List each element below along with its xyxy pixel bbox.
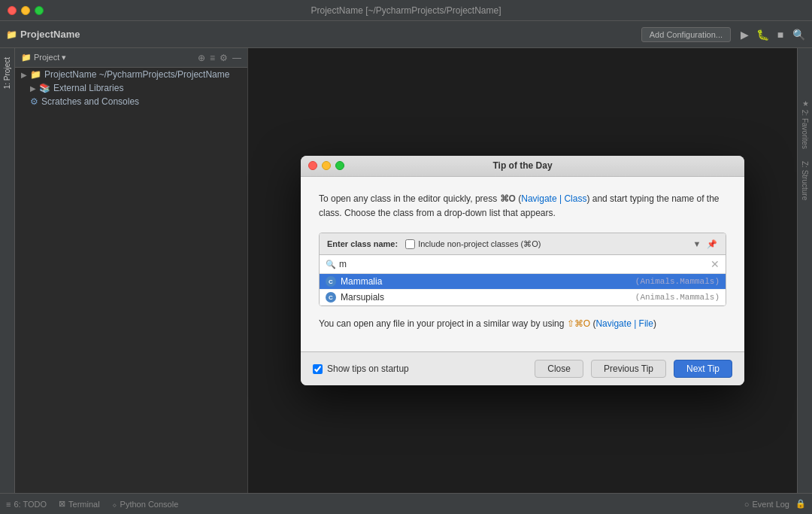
include-checkbox-input[interactable]: [405, 239, 415, 249]
shift-cmd-o-shortcut: ⇧⌘O: [567, 318, 590, 329]
panel-header-icons: ⊕ ≡ ⚙ —: [198, 53, 241, 63]
search-row: 🔍 m ✕: [320, 255, 726, 274]
stop-icon[interactable]: ■: [773, 27, 788, 42]
dropdown-item-marsupials[interactable]: C Marsupials (Animals.Mammals): [320, 290, 726, 306]
python-console-label: Python Console: [120, 500, 179, 509]
terminal-icon: ⊠: [59, 499, 65, 509]
sidebar-item-structure[interactable]: Z: Structure: [799, 155, 810, 206]
show-tips-label: Show tips on startup: [327, 363, 409, 374]
modal-overlay: Tip of the Day To open any class in the …: [248, 48, 797, 493]
note-text-1: You can open any file in your project in…: [319, 318, 567, 329]
class-name-input-section: Enter class name: Include non-project cl…: [319, 233, 726, 306]
scratches-icon: ⚙: [30, 96, 38, 107]
search-everywhere-icon[interactable]: 🔍: [791, 27, 806, 42]
tree-item-projectname[interactable]: ▶ 📁 ProjectName ~/PycharmProjects/Projec…: [15, 68, 247, 81]
libraries-icon: 📚: [39, 83, 50, 93]
dialog-titlebar: Tip of the Day: [301, 156, 744, 177]
left-sidebar-tabs: 1: Project: [0, 48, 15, 493]
mammalia-name: Mammalia: [341, 276, 631, 287]
sidebar-item-favorites[interactable]: ★ 2: Favorites: [799, 93, 810, 155]
class-icon-mammalia: C: [326, 276, 336, 287]
tree-item-external-libraries[interactable]: ▶ 📚 External Libraries: [15, 81, 247, 95]
next-tip-button[interactable]: Next Tip: [674, 360, 732, 378]
status-bar-terminal[interactable]: ⊠ Terminal: [59, 499, 100, 509]
scratches-label: Scratches and Consoles: [41, 96, 139, 107]
pin-icon[interactable]: 📌: [706, 238, 718, 250]
marsupials-name: Marsupials: [341, 292, 631, 303]
dialog-minimize-button[interactable]: [322, 161, 331, 170]
tree-item-scratches[interactable]: ⚙ Scratches and Consoles: [15, 95, 247, 108]
status-bar-right: ○ Event Log 🔒: [744, 499, 806, 509]
navigate-class-link[interactable]: Navigate | Class: [521, 193, 586, 204]
status-bar: ≡ 6: TODO ⊠ Terminal ⬦ Python Console ○ …: [0, 493, 812, 514]
status-bar-python-console[interactable]: ⬦ Python Console: [112, 500, 179, 509]
enter-class-label: Enter class name:: [327, 239, 398, 248]
todo-icon: ≡: [6, 500, 11, 509]
python-console-icon: ⬦: [112, 500, 117, 509]
toolbar-project-label: 📁 ProjectName: [6, 29, 80, 40]
window-title: ProjectName [~/PycharmProjects/ProjectNa…: [311, 5, 501, 16]
dialog-close-button[interactable]: [308, 161, 317, 170]
maximize-button[interactable]: [35, 6, 44, 15]
dialog-body: To open any class in the editor quickly,…: [301, 177, 744, 351]
toolbar-icons: ▶ 🐛 ■ 🔍: [737, 27, 806, 42]
note-text-3: ): [653, 318, 656, 329]
panel-header: 📁 Project ▾ ⊕ ≡ ⚙ —: [15, 48, 247, 68]
minimize-button[interactable]: [21, 6, 30, 15]
filter-icon[interactable]: ▼: [691, 238, 703, 250]
event-log-label: Event Log: [752, 500, 789, 509]
filter-icons: ▼ 📌: [691, 238, 718, 250]
lock-icon: 🔒: [795, 499, 806, 509]
dialog-note: You can open any file in your project in…: [319, 317, 726, 330]
panel-title: 📁 Project ▾: [21, 53, 66, 62]
add-configuration-button[interactable]: Add Configuration...: [641, 27, 731, 42]
dialog-title: Tip of the Day: [492, 160, 552, 171]
status-bar-todo[interactable]: ≡ 6: TODO: [6, 500, 47, 509]
close-panel-icon[interactable]: —: [232, 53, 241, 63]
editor-area: Tip of the Day To open any class in the …: [248, 48, 797, 493]
expand-arrow-icon: ▶: [21, 71, 27, 79]
terminal-label: Terminal: [68, 500, 100, 509]
toolbar: 📁 ProjectName Add Configuration... ▶ 🐛 ■…: [0, 21, 812, 48]
external-libraries-label: External Libraries: [53, 83, 123, 93]
dropdown-item-mammalia[interactable]: C Mammalia (Animals.Mammals): [320, 274, 726, 290]
navigate-file-link[interactable]: Navigate | File: [595, 318, 653, 329]
main-layout: 1: Project 📁 Project ▾ ⊕ ≡ ⚙ — ▶ 📁 Proje…: [0, 48, 812, 493]
run-icon[interactable]: ▶: [737, 27, 752, 42]
status-bar-event-log[interactable]: ○ Event Log: [744, 500, 789, 509]
panel-title-label: Project ▾: [34, 53, 66, 62]
folder-icon: 📁: [30, 69, 41, 80]
include-non-project-checkbox[interactable]: Include non-project classes (⌘O): [405, 239, 541, 249]
sync-icon[interactable]: ⊕: [198, 53, 205, 63]
settings-icon[interactable]: ⚙: [220, 53, 228, 63]
show-tips-checkbox[interactable]: [313, 364, 323, 374]
previous-tip-button[interactable]: Previous Tip: [591, 360, 666, 378]
close-button[interactable]: [8, 6, 17, 15]
right-sidebar-tabs: ★ 2: Favorites Z: Structure: [797, 48, 812, 493]
close-button[interactable]: Close: [535, 360, 583, 378]
tip-of-day-dialog: Tip of the Day To open any class in the …: [301, 156, 744, 385]
shortcut-cmd-o: ⌘O: [500, 193, 516, 204]
search-input-display[interactable]: m: [339, 259, 707, 269]
debug-icon[interactable]: 🐛: [755, 27, 770, 42]
include-label: Include non-project classes (⌘O): [418, 239, 541, 249]
todo-label: 6: TODO: [14, 500, 47, 509]
search-icon: 🔍: [326, 260, 336, 269]
sidebar-item-project[interactable]: 1: Project: [2, 51, 13, 95]
input-header: Enter class name: Include non-project cl…: [320, 233, 726, 255]
dialog-footer: Show tips on startup Close Previous Tip …: [301, 351, 744, 385]
traffic-lights: [8, 6, 44, 15]
expand-arrow-icon: ▶: [30, 84, 36, 93]
project-name-label: ProjectName ~/PycharmProjects/ProjectNam…: [44, 69, 229, 80]
mammalia-path: (Animals.Mammals): [635, 277, 720, 286]
collapse-icon[interactable]: ≡: [210, 53, 215, 63]
class-icon-marsupials: C: [326, 292, 336, 303]
dialog-traffic-lights: [308, 161, 344, 170]
dialog-description: To open any class in the editor quickly,…: [319, 192, 726, 221]
dialog-maximize-button[interactable]: [335, 161, 344, 170]
clear-search-icon[interactable]: ✕: [710, 258, 720, 270]
class-dropdown-list: C Mammalia (Animals.Mammals) C Marsupial…: [320, 274, 726, 306]
description-text-1: To open any class in the editor quickly,…: [319, 193, 500, 204]
title-bar: ProjectName [~/PycharmProjects/ProjectNa…: [0, 0, 812, 21]
show-tips-checkbox-container[interactable]: Show tips on startup: [313, 363, 409, 374]
